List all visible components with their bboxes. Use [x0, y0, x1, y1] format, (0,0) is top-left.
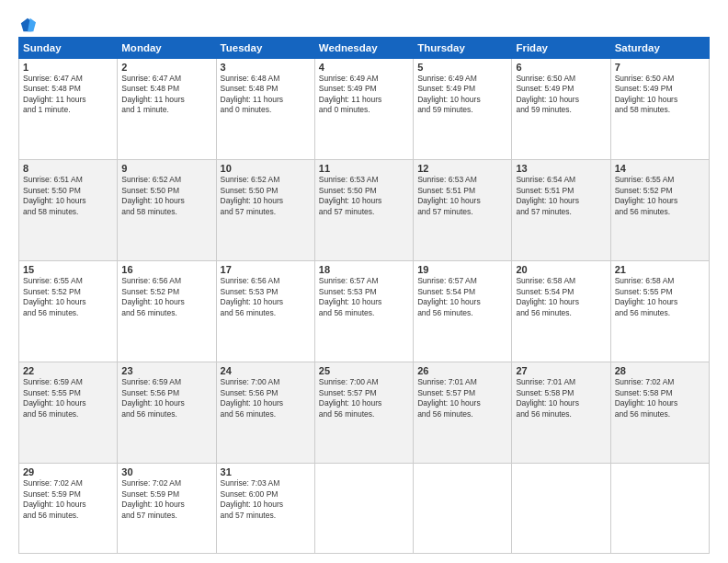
calendar-header-friday: Friday: [512, 38, 610, 59]
calendar-cell: 4Sunrise: 6:49 AM Sunset: 5:49 PM Daylig…: [314, 59, 413, 160]
day-number: 15: [23, 264, 113, 275]
calendar-cell: 9Sunrise: 6:52 AM Sunset: 5:50 PM Daylig…: [118, 160, 216, 261]
day-number: 27: [516, 365, 606, 376]
calendar-cell: 7Sunrise: 6:50 AM Sunset: 5:49 PM Daylig…: [610, 59, 709, 160]
day-content: Sunrise: 6:59 AM Sunset: 5:56 PM Dayligh…: [121, 377, 211, 419]
calendar-cell: 23Sunrise: 6:59 AM Sunset: 5:56 PM Dayli…: [118, 362, 216, 464]
calendar-cell: 17Sunrise: 6:56 AM Sunset: 5:53 PM Dayli…: [216, 261, 314, 362]
day-content: Sunrise: 6:57 AM Sunset: 5:54 PM Dayligh…: [417, 276, 507, 318]
calendar-table: SundayMondayTuesdayWednesdayThursdayFrid…: [18, 37, 710, 554]
day-number: 8: [23, 163, 113, 174]
calendar-cell: 1Sunrise: 6:47 AM Sunset: 5:48 PM Daylig…: [19, 59, 118, 160]
day-content: Sunrise: 6:56 AM Sunset: 5:52 PM Dayligh…: [121, 276, 211, 318]
day-number: 17: [221, 264, 311, 275]
day-number: 9: [121, 163, 211, 174]
calendar-header-row: SundayMondayTuesdayWednesdayThursdayFrid…: [19, 38, 710, 59]
day-content: Sunrise: 6:58 AM Sunset: 5:54 PM Dayligh…: [516, 276, 606, 318]
day-number: 12: [417, 163, 507, 174]
day-number: 28: [615, 365, 705, 376]
header: [18, 17, 710, 29]
calendar-cell: 5Sunrise: 6:49 AM Sunset: 5:49 PM Daylig…: [414, 59, 512, 160]
calendar-cell: 27Sunrise: 7:01 AM Sunset: 5:58 PM Dayli…: [512, 362, 610, 464]
calendar-cell: 22Sunrise: 6:59 AM Sunset: 5:55 PM Dayli…: [19, 362, 118, 464]
day-content: Sunrise: 6:47 AM Sunset: 5:48 PM Dayligh…: [121, 74, 211, 116]
day-number: 2: [121, 62, 211, 73]
day-content: Sunrise: 6:50 AM Sunset: 5:49 PM Dayligh…: [516, 74, 606, 116]
calendar-cell: 11Sunrise: 6:53 AM Sunset: 5:50 PM Dayli…: [314, 160, 413, 261]
day-content: Sunrise: 7:02 AM Sunset: 5:59 PM Dayligh…: [23, 478, 113, 521]
calendar-cell: [314, 464, 413, 554]
calendar-cell: 24Sunrise: 7:00 AM Sunset: 5:56 PM Dayli…: [216, 362, 314, 464]
calendar-cell: 2Sunrise: 6:47 AM Sunset: 5:48 PM Daylig…: [118, 59, 216, 160]
calendar-cell: 30Sunrise: 7:02 AM Sunset: 5:59 PM Dayli…: [118, 464, 216, 554]
calendar-cell: 8Sunrise: 6:51 AM Sunset: 5:50 PM Daylig…: [19, 160, 118, 261]
day-content: Sunrise: 6:59 AM Sunset: 5:55 PM Dayligh…: [23, 377, 113, 419]
day-content: Sunrise: 7:02 AM Sunset: 5:59 PM Dayligh…: [121, 478, 211, 521]
day-content: Sunrise: 7:03 AM Sunset: 6:00 PM Dayligh…: [221, 478, 311, 521]
day-content: Sunrise: 6:55 AM Sunset: 5:52 PM Dayligh…: [23, 276, 113, 318]
day-number: 22: [23, 365, 113, 376]
calendar-header-saturday: Saturday: [610, 38, 709, 59]
calendar-cell: 14Sunrise: 6:55 AM Sunset: 5:52 PM Dayli…: [610, 160, 709, 261]
calendar-week-row: 1Sunrise: 6:47 AM Sunset: 5:48 PM Daylig…: [19, 59, 710, 160]
day-number: 23: [121, 365, 211, 376]
day-number: 31: [221, 466, 311, 477]
day-content: Sunrise: 6:56 AM Sunset: 5:53 PM Dayligh…: [221, 276, 311, 318]
day-content: Sunrise: 7:00 AM Sunset: 5:57 PM Dayligh…: [319, 377, 409, 419]
calendar-cell: 19Sunrise: 6:57 AM Sunset: 5:54 PM Dayli…: [414, 261, 512, 362]
day-content: Sunrise: 6:47 AM Sunset: 5:48 PM Dayligh…: [23, 74, 113, 116]
calendar-cell: 18Sunrise: 6:57 AM Sunset: 5:53 PM Dayli…: [314, 261, 413, 362]
calendar-cell: 16Sunrise: 6:56 AM Sunset: 5:52 PM Dayli…: [118, 261, 216, 362]
calendar-header-thursday: Thursday: [414, 38, 512, 59]
day-number: 5: [417, 62, 507, 73]
calendar-week-row: 22Sunrise: 6:59 AM Sunset: 5:55 PM Dayli…: [19, 362, 710, 464]
calendar-cell: 3Sunrise: 6:48 AM Sunset: 5:48 PM Daylig…: [216, 59, 314, 160]
calendar-cell: 21Sunrise: 6:58 AM Sunset: 5:55 PM Dayli…: [610, 261, 709, 362]
calendar-header-wednesday: Wednesday: [314, 38, 413, 59]
day-number: 13: [516, 163, 606, 174]
calendar-week-row: 15Sunrise: 6:55 AM Sunset: 5:52 PM Dayli…: [19, 261, 710, 362]
day-number: 29: [23, 466, 113, 477]
day-content: Sunrise: 6:51 AM Sunset: 5:50 PM Dayligh…: [23, 175, 113, 217]
day-number: 21: [615, 264, 705, 275]
day-number: 3: [221, 62, 311, 73]
day-number: 10: [221, 163, 311, 174]
day-content: Sunrise: 6:48 AM Sunset: 5:48 PM Dayligh…: [221, 74, 311, 116]
day-number: 20: [516, 264, 606, 275]
calendar-cell: 25Sunrise: 7:00 AM Sunset: 5:57 PM Dayli…: [314, 362, 413, 464]
day-number: 6: [516, 62, 606, 73]
day-content: Sunrise: 6:50 AM Sunset: 5:49 PM Dayligh…: [615, 74, 705, 116]
day-number: 25: [319, 365, 409, 376]
day-content: Sunrise: 6:57 AM Sunset: 5:53 PM Dayligh…: [319, 276, 409, 318]
day-content: Sunrise: 7:00 AM Sunset: 5:56 PM Dayligh…: [221, 377, 311, 419]
day-number: 16: [121, 264, 211, 275]
day-number: 24: [221, 365, 311, 376]
day-content: Sunrise: 6:55 AM Sunset: 5:52 PM Dayligh…: [615, 175, 705, 217]
logo-icon: [19, 17, 36, 33]
day-content: Sunrise: 7:01 AM Sunset: 5:58 PM Dayligh…: [516, 377, 606, 419]
day-content: Sunrise: 6:52 AM Sunset: 5:50 PM Dayligh…: [121, 175, 211, 217]
calendar-cell: 6Sunrise: 6:50 AM Sunset: 5:49 PM Daylig…: [512, 59, 610, 160]
day-number: 30: [121, 466, 211, 477]
day-content: Sunrise: 6:53 AM Sunset: 5:51 PM Dayligh…: [417, 175, 507, 217]
day-content: Sunrise: 6:49 AM Sunset: 5:49 PM Dayligh…: [319, 74, 409, 116]
day-number: 19: [417, 264, 507, 275]
calendar-week-row: 29Sunrise: 7:02 AM Sunset: 5:59 PM Dayli…: [19, 464, 710, 554]
calendar-cell: 29Sunrise: 7:02 AM Sunset: 5:59 PM Dayli…: [19, 464, 118, 554]
calendar-cell: 28Sunrise: 7:02 AM Sunset: 5:58 PM Dayli…: [610, 362, 709, 464]
calendar-cell: [512, 464, 610, 554]
logo: [18, 17, 36, 29]
day-content: Sunrise: 6:49 AM Sunset: 5:49 PM Dayligh…: [417, 74, 507, 116]
calendar-week-row: 8Sunrise: 6:51 AM Sunset: 5:50 PM Daylig…: [19, 160, 710, 261]
day-number: 7: [615, 62, 705, 73]
calendar-header-sunday: Sunday: [19, 38, 118, 59]
day-content: Sunrise: 7:02 AM Sunset: 5:58 PM Dayligh…: [615, 377, 705, 419]
calendar-cell: 10Sunrise: 6:52 AM Sunset: 5:50 PM Dayli…: [216, 160, 314, 261]
day-content: Sunrise: 6:53 AM Sunset: 5:50 PM Dayligh…: [319, 175, 409, 217]
calendar-header-monday: Monday: [118, 38, 216, 59]
calendar-cell: 15Sunrise: 6:55 AM Sunset: 5:52 PM Dayli…: [19, 261, 118, 362]
day-number: 4: [319, 62, 409, 73]
day-number: 11: [319, 163, 409, 174]
day-content: Sunrise: 6:52 AM Sunset: 5:50 PM Dayligh…: [221, 175, 311, 217]
day-number: 14: [615, 163, 705, 174]
